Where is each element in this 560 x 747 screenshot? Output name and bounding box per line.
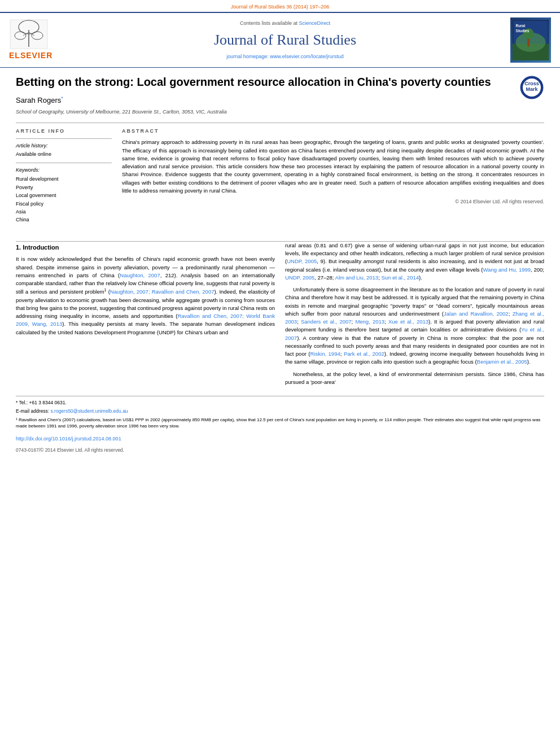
keyword-5: Asia [16, 208, 112, 216]
article-info-heading: ARTICLE INFO [16, 128, 112, 135]
ref-sanders-2007[interactable]: Sanders et al., 2007 [301, 318, 352, 325]
body-columns: 1. Introduction It is now widely acknowl… [0, 242, 560, 390]
svg-text:Studies: Studies [515, 29, 529, 33]
journal-title: Journal of Rural Studies [60, 29, 510, 51]
article-title: Betting on the strong: Local government … [16, 75, 544, 89]
keyword-6: China [16, 216, 112, 224]
ref-undp-2005b[interactable]: UNDP, 2005 [285, 274, 314, 281]
footer-copyright: 0743-0167/© 2014 Elsevier Ltd. All right… [0, 444, 560, 456]
ref-wang-hu[interactable]: Wang and Hu, 1999 [483, 267, 531, 273]
email-label: E-mail address: [16, 408, 49, 414]
email-link[interactable]: s.rogers50@student.unimelb.edu.au [50, 408, 128, 414]
sciencedirect-link[interactable]: ScienceDirect [299, 20, 331, 26]
journal-reference: Journal of Rural Studies 36 (2014) 197–2… [0, 0, 560, 12]
body-col-left: 1. Introduction It is now widely acknowl… [16, 242, 275, 390]
doi-link[interactable]: http://dx.doi.org/10.1016/j.jrurstud.201… [16, 436, 121, 442]
journal-homepage: journal homepage: www.elsevier.com/locat… [60, 53, 510, 60]
crossmark-icon: Cross Mark [520, 76, 544, 99]
ref-xue-2013[interactable]: Xue et al., 2013 [388, 318, 428, 325]
doi-section: http://dx.doi.org/10.1016/j.jrurstud.201… [0, 431, 560, 444]
abstract-heading: ABSTRACT [122, 128, 544, 135]
affiliation: School of Geography, University of Melbo… [16, 108, 544, 116]
keyword-4: Fiscal policy [16, 200, 112, 208]
fn1-text: ¹ Ravallion and Chen's (2007) calculatio… [16, 417, 540, 429]
keyword-1: Rural development [16, 175, 112, 183]
author-name: Sarah Rogers* [16, 95, 544, 106]
keywords-section: Keywords: Rural development Poverty Loca… [16, 167, 112, 224]
ref-meng-2013[interactable]: Meng, 2013 [355, 318, 384, 325]
keyword-3: Local government [16, 191, 112, 199]
journal-cover-icon: Rural Studies [511, 20, 550, 60]
article-history: Article history: Available online [16, 142, 112, 158]
history-label: Article history: [16, 142, 112, 150]
abstract-copyright: © 2014 Elsevier Ltd. All rights reserved… [122, 198, 544, 206]
keywords-list: Rural development Poverty Local governme… [16, 175, 112, 224]
ref-benjamin-2005[interactable]: Benjamin et al., 2005 [477, 359, 527, 365]
article-meta: ARTICLE INFO Article history: Available … [16, 123, 544, 229]
ref-sun-2014[interactable]: Sun et al., 2014 [381, 274, 419, 281]
elsevier-text: ELSEVIER [9, 50, 53, 61]
svg-text:Mark: Mark [526, 86, 538, 92]
page-wrapper: Journal of Rural Studies 36 (2014) 197–2… [0, 0, 560, 456]
ref-ravallion-worldbank[interactable]: Ravallion and Chen, 2007; World Bank 200… [16, 313, 275, 327]
homepage-link[interactable]: journal homepage: www.elsevier.com/locat… [226, 54, 344, 59]
ref-alm-liu[interactable]: Alm and Liu, 2013 [335, 274, 379, 281]
body-para-1: It is now widely acknowledged that the b… [16, 255, 275, 337]
keywords-label: Keywords: [16, 167, 112, 174]
ref-undp-2005[interactable]: UNDP, 2005 [287, 258, 317, 264]
section1-heading: 1. Introduction [16, 243, 275, 252]
elsevier-figure-icon [9, 19, 49, 50]
ref-naughton-ravallion[interactable]: Naughton, 2007; Ravallion and Chen, 2007 [110, 289, 215, 295]
journal-ref-text: Journal of Rural Studies 36 (2014) 197–2… [231, 4, 330, 10]
history-value: Available online [16, 151, 112, 158]
abstract-text: China's primary approach to addressing p… [122, 138, 544, 195]
crossmark-badge[interactable]: Cross Mark [519, 75, 544, 100]
body-col-right: rural areas (0.81 and 0.67) give a sense… [285, 242, 544, 390]
journal-header: ELSEVIER Contents lists available at Sci… [0, 12, 560, 68]
ref-riskin[interactable]: Riskin, 1994 [310, 351, 340, 357]
body-para-2: rural areas (0.81 and 0.67) give a sense… [285, 242, 544, 282]
keyword-2: Poverty [16, 184, 112, 191]
abstract-section: ABSTRACT China's primary approach to add… [122, 128, 544, 229]
svg-text:Rural: Rural [515, 24, 525, 28]
footnotes-section: * Tel.: +61 3 8344 0631. E-mail address:… [16, 396, 544, 429]
ref-naughton-2007[interactable]: Naughton, 2007 [120, 272, 160, 278]
footnote-email: E-mail address: s.rogers50@student.unime… [16, 408, 544, 415]
contents-availability: Contents lists available at ScienceDirec… [60, 20, 510, 27]
ref-yu-2007[interactable]: Yu et al., 2007 [285, 326, 544, 340]
ref-jalan[interactable]: Jalan and Ravallion, 2002 [444, 311, 509, 317]
body-para-4: Nonetheless, at the policy level, a kind… [285, 370, 544, 387]
svg-text:Cross: Cross [524, 81, 539, 86]
article-info-panel: ARTICLE INFO Article history: Available … [16, 128, 112, 229]
ref-park-2002[interactable]: Park et al., 2002 [344, 351, 384, 357]
tel-text: * Tel.: +61 3 8344 0631. [16, 400, 67, 405]
author-text: Sarah Rogers [16, 96, 61, 104]
elsevier-logo: ELSEVIER [9, 19, 60, 61]
footnote-1: ¹ Ravallion and Chen's (2007) calculatio… [16, 417, 544, 430]
footnote-tel: * Tel.: +61 3 8344 0631. [16, 400, 544, 407]
journal-thumbnail: Rural Studies [510, 18, 551, 63]
author-sup: * [61, 95, 63, 101]
article-content: Betting on the strong: Local government … [0, 68, 560, 241]
header-center: Contents lists available at ScienceDirec… [60, 20, 510, 60]
body-para-3: Unfortunately there is some disagreement… [285, 286, 544, 366]
